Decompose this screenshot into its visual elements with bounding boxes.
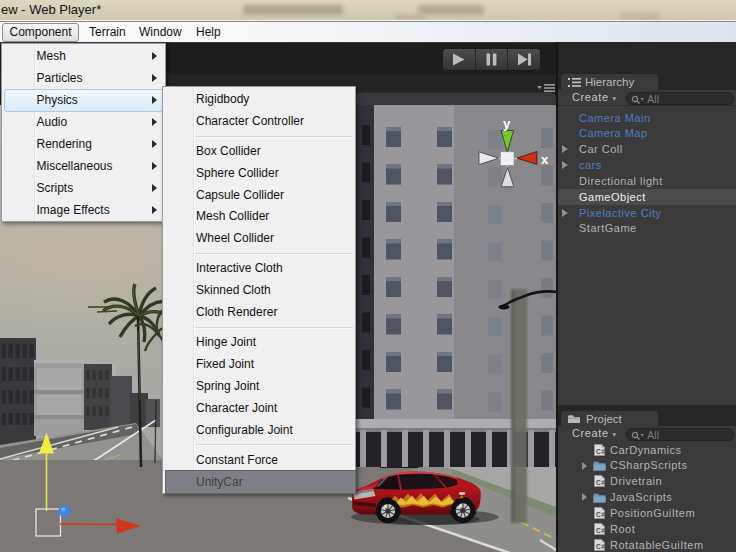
svg-text:y: y	[503, 116, 511, 131]
svg-text:C#: C#	[596, 448, 605, 455]
svg-text:x: x	[541, 152, 549, 167]
svg-text:C#: C#	[596, 543, 605, 550]
svg-text:C#: C#	[596, 479, 605, 486]
svg-text:C#: C#	[596, 527, 605, 534]
svg-text:C#: C#	[596, 511, 605, 518]
